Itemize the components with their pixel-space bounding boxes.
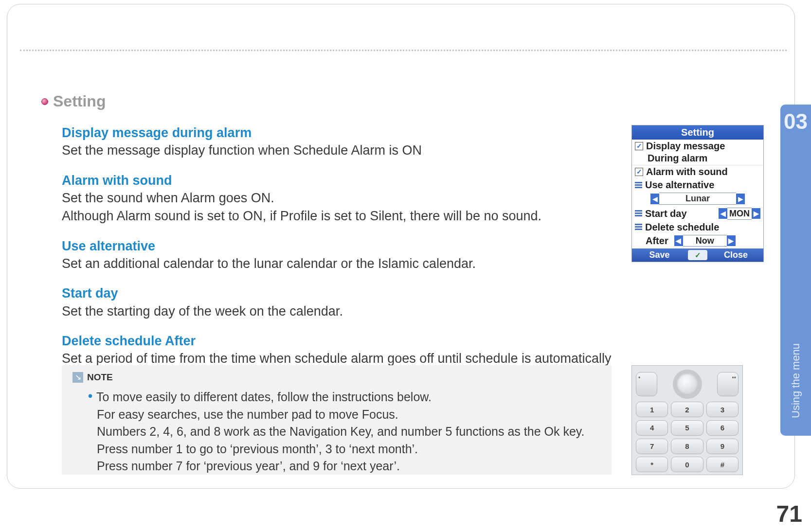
arrow-right-icon[interactable]: ▶ xyxy=(736,194,745,204)
item-title: Display message during alarm xyxy=(62,124,619,142)
keypad-soft-left[interactable]: • xyxy=(636,372,657,396)
key-5[interactable]: 5 xyxy=(671,420,703,436)
device-row-use-alternative: Use alternative xyxy=(632,178,763,192)
bullet-dot-icon: • xyxy=(88,389,92,404)
note-box: ↘ NOTE • To move easily to different dat… xyxy=(62,365,612,475)
checkbox-icon[interactable]: ✓ xyxy=(635,168,643,176)
device-label: Use alternative xyxy=(645,179,714,191)
content-column: Display message during alarm Set the mes… xyxy=(62,124,619,398)
note-label: NOTE xyxy=(87,372,113,383)
dpad-ring-icon xyxy=(673,370,702,399)
note-line: Press number 1 to go to ‘previous month’… xyxy=(88,441,601,458)
section-title: Setting xyxy=(53,92,106,110)
note-header: ↘ NOTE xyxy=(72,372,601,383)
device-label: During alarm xyxy=(632,153,763,165)
key-star[interactable]: * xyxy=(636,457,668,472)
key-3[interactable]: 3 xyxy=(706,402,739,417)
item-use-alternative: Use alternative Set an additional calend… xyxy=(62,237,619,273)
key-2[interactable]: 2 xyxy=(671,402,703,417)
device-label: Delete schedule xyxy=(645,222,719,233)
item-display-message: Display message during alarm Set the mes… xyxy=(62,124,619,160)
divider xyxy=(20,50,787,51)
item-title: Start day xyxy=(62,284,619,302)
arrow-left-icon[interactable]: ◀ xyxy=(674,235,683,246)
item-title: Delete schedule After xyxy=(62,332,619,350)
section-heading: Setting xyxy=(41,92,106,110)
selector-value: Lunar xyxy=(659,193,736,205)
list-icon xyxy=(635,224,642,231)
selector-value: MON xyxy=(727,208,752,220)
device-row-display-message[interactable]: ✓ Display message xyxy=(632,140,763,153)
device-selector-start-day[interactable]: ◀ MON ▶ xyxy=(719,208,760,220)
key-8[interactable]: 8 xyxy=(671,439,703,454)
page-frame: Setting Display message during alarm Set… xyxy=(7,4,795,489)
side-tab: 03 Using the menu xyxy=(780,105,811,436)
device-row-start-day: Start day ◀ MON ▶ xyxy=(632,207,763,221)
bullet-icon xyxy=(41,98,48,105)
softkey-ok-icon[interactable]: ✓ xyxy=(688,250,707,260)
selector-value: Now xyxy=(683,235,727,247)
keypad-soft-right[interactable]: •• xyxy=(717,372,739,396)
key-0[interactable]: 0 xyxy=(671,457,703,472)
keypad-dpad[interactable] xyxy=(670,370,705,399)
device-selector-delete-after[interactable]: ◀ Now ▶ xyxy=(674,235,736,247)
device-row-delete-after: After ◀ Now ▶ xyxy=(632,234,763,249)
arrow-right-icon[interactable]: ▶ xyxy=(752,208,760,219)
key-9[interactable]: 9 xyxy=(706,439,739,454)
key-1[interactable]: 1 xyxy=(636,402,668,417)
device-row-delete-schedule: Delete schedule xyxy=(632,221,763,234)
item-title: Alarm with sound xyxy=(62,172,619,189)
key-hash[interactable]: # xyxy=(706,457,739,472)
item-body: Set the message display function when Sc… xyxy=(62,142,619,160)
device-softkeys: Save ✓ Close xyxy=(632,248,763,262)
item-start-day: Start day Set the starting day of the we… xyxy=(62,284,619,320)
item-alarm-with-sound: Alarm with sound Set the sound when Alar… xyxy=(62,172,619,226)
page-number: 71 xyxy=(776,500,802,527)
checkbox-icon[interactable]: ✓ xyxy=(635,142,643,150)
key-6[interactable]: 6 xyxy=(706,420,739,436)
item-body: Set the sound when Alarm goes ON. Althou… xyxy=(62,189,619,226)
keypad-nav-row: • •• xyxy=(636,369,739,400)
arrow-right-icon[interactable]: ▶ xyxy=(727,235,736,246)
device-keypad: • •• 1 2 3 4 5 6 7 8 9 * 0 # xyxy=(631,365,743,475)
key-7[interactable]: 7 xyxy=(636,439,668,454)
device-screenshot-setting: Setting ✓ Display message During alarm ✓… xyxy=(631,125,764,262)
softkey-close[interactable]: Close xyxy=(708,248,763,262)
note-line: Numbers 2, 4, 6, and 8 work as the Navig… xyxy=(88,423,601,441)
list-icon xyxy=(635,182,642,189)
keypad-grid: 1 2 3 4 5 6 7 8 9 * 0 # xyxy=(636,402,739,473)
device-label: Start day xyxy=(645,208,687,219)
item-body: Set an additional calendar to the lunar … xyxy=(62,255,619,273)
device-selector-use-alternative[interactable]: ◀ Lunar ▶ xyxy=(650,193,745,205)
note-line: To move easily to different dates, follo… xyxy=(96,389,432,406)
arrow-icon: ↘ xyxy=(72,372,83,383)
side-tab-label: Using the menu xyxy=(790,187,802,418)
device-label: After xyxy=(646,235,668,247)
note-body: • To move easily to different dates, fol… xyxy=(72,389,601,475)
note-line: For easy searches, use the number pad to… xyxy=(88,406,601,424)
item-title: Use alternative xyxy=(62,237,619,255)
arrow-left-icon[interactable]: ◀ xyxy=(719,208,727,219)
list-icon xyxy=(635,210,642,217)
item-body: Set the starting day of the week on the … xyxy=(62,302,619,320)
arrow-left-icon[interactable]: ◀ xyxy=(650,194,659,204)
device-row-alarm-sound[interactable]: ✓ Alarm with sound xyxy=(632,165,763,178)
key-4[interactable]: 4 xyxy=(636,420,668,436)
note-line: Press number 7 for ‘previous year’, and … xyxy=(88,458,601,475)
softkey-save[interactable]: Save xyxy=(632,248,687,262)
chapter-number: 03 xyxy=(784,109,808,134)
device-title: Setting xyxy=(632,125,763,140)
device-label: Alarm with sound xyxy=(646,166,728,177)
device-label: Display message xyxy=(646,141,725,152)
